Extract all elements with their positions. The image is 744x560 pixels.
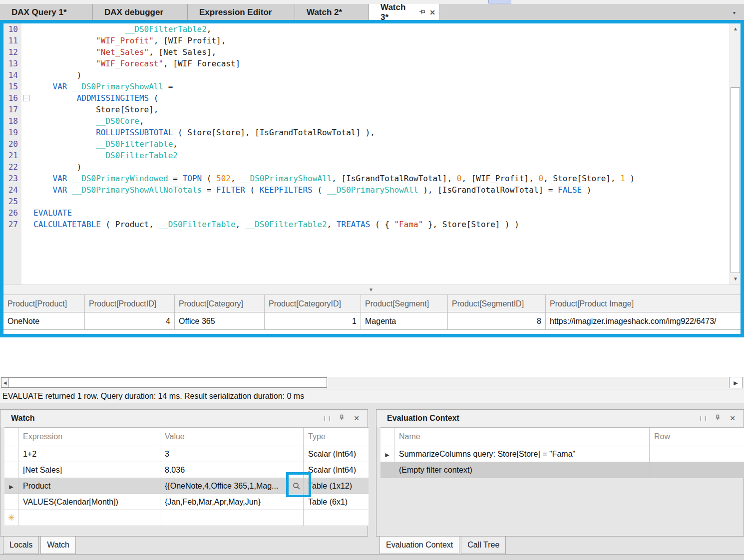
ec-column-header[interactable]: Name (394, 428, 650, 446)
evaluation-context-titlebar[interactable]: Evaluation Context ✕ (376, 410, 744, 427)
close-icon[interactable]: ✕ (354, 414, 360, 422)
row-arrow-icon[interactable]: ▶ (9, 484, 13, 490)
tab-list-dropdown-icon[interactable]: ▾ (733, 10, 740, 16)
watch-expression-cell[interactable]: [Net Sales] (18, 462, 160, 478)
code-line[interactable]: 16ADDMISSINGITEMS (− (3, 92, 741, 104)
results-cell[interactable]: Office 365 (175, 312, 265, 330)
watch-row[interactable]: VALUES(Calendar[Month]){Jan,Feb,Mar,Apr,… (4, 494, 369, 510)
watch-column-header[interactable]: Expression (18, 428, 160, 446)
code-line[interactable]: 25 (3, 196, 741, 207)
tab-call-tree[interactable]: Call Tree (461, 537, 506, 554)
watch-type-cell[interactable]: Scalar (Int64) (304, 462, 369, 478)
watch-expression-cell[interactable] (18, 510, 160, 526)
tab-expression-editor[interactable]: Expression Editor (188, 4, 295, 20)
watch-type-cell[interactable] (304, 510, 369, 526)
results-column-header[interactable]: Product[ProductID] (85, 294, 175, 312)
row-arrow-icon[interactable]: ▶ (385, 452, 389, 458)
code-line[interactable]: 27CALCULATETABLE ( Product, __DS0FilterT… (3, 219, 741, 230)
editor-vertical-scrollbar[interactable]: ▲ ▼ (730, 23, 741, 284)
ec-name-cell[interactable]: SummarizeColumns query: Store[Store] = "… (394, 446, 650, 462)
editor-results-splitter[interactable]: ▼ (3, 284, 741, 294)
maximize-icon[interactable] (325, 416, 330, 421)
results-column-header[interactable]: Product[CategoryID] (265, 294, 361, 312)
results-column-header[interactable]: Product[Segment] (361, 294, 448, 312)
watch-value-cell[interactable] (160, 510, 304, 526)
pin-icon[interactable] (419, 7, 425, 17)
close-icon[interactable]: ✕ (429, 8, 435, 16)
code-line[interactable]: 17Store[Store], (3, 104, 741, 115)
ec-row-cell[interactable] (650, 462, 744, 478)
watch-value-cell[interactable]: {Jan,Feb,Mar,Apr,May,Jun} (160, 494, 304, 510)
close-icon[interactable]: ✕ (730, 414, 736, 422)
watch-row[interactable]: ▶Product{{OneNote,4,Office 365,1,Mag...T… (4, 478, 369, 494)
ec-row[interactable]: (Empty filter context) (380, 462, 744, 478)
results-column-header[interactable]: Product[Product] (3, 294, 85, 312)
splitter-collapse-arrow-icon[interactable]: ▼ (369, 287, 373, 292)
code-line[interactable]: 10__DS0FilterTable2, (3, 23, 741, 35)
watch-expression-cell[interactable]: 1+2 (18, 446, 160, 462)
watch-value-cell[interactable]: 8.036 (160, 462, 304, 478)
tab-evaluation-context[interactable]: Evaluation Context (379, 537, 459, 554)
results-column-header[interactable]: Product[Product Image] (546, 294, 741, 312)
results-cell[interactable]: 1 (265, 312, 361, 330)
tab-dax-query-1-[interactable]: DAX Query 1* (0, 4, 93, 20)
results-column-header[interactable]: Product[SegmentID] (448, 294, 546, 312)
watch-titlebar[interactable]: Watch ✕ (0, 410, 368, 427)
scroll-right-icon[interactable]: ▶ (729, 377, 743, 388)
code-line[interactable]: 11"WIF_Profit", [WIF Profit], (3, 35, 741, 46)
token-var: __DS0FilterTable2 (125, 24, 207, 34)
ec-row-cell[interactable] (650, 446, 744, 462)
code-line[interactable]: 12"Net_Sales", [Net Sales], (3, 46, 741, 58)
results-horizontal-scrollbar[interactable]: ◀ ▶ (0, 377, 744, 389)
watch-row[interactable]: ✳ (4, 510, 369, 526)
code-line[interactable]: 22) (3, 161, 741, 173)
fold-marker-icon[interactable]: − (23, 95, 29, 101)
results-column-header[interactable]: Product[Category] (175, 294, 265, 312)
results-cell[interactable]: https://imagizer.imageshack.com/img922/6… (546, 312, 741, 330)
watch-type-cell[interactable]: Table (6x1) (304, 494, 369, 510)
results-cell[interactable]: 8 (448, 312, 546, 330)
watch-expression-cell[interactable]: VALUES(Calendar[Month]) (18, 494, 160, 510)
ec-row[interactable]: ▶SummarizeColumns query: Store[Store] = … (380, 446, 744, 462)
watch-expression-cell[interactable]: Product (18, 478, 160, 494)
watch-column-header[interactable]: Value (160, 428, 304, 446)
code-line[interactable]: 14) (3, 69, 741, 81)
results-cell[interactable]: Magenta (361, 312, 448, 330)
code-line[interactable]: 20__DS0FilterTable, (3, 138, 741, 150)
pin-icon[interactable] (339, 414, 345, 423)
code-line[interactable]: 13"WIF_Forecast", [WIF Forecast] (3, 58, 741, 69)
watch-type-cell[interactable]: Table (1x12) (304, 478, 369, 494)
tab-watch-3-[interactable]: Watch 3*✕ (369, 4, 440, 20)
code-line[interactable]: 18__DS0Core, (3, 115, 741, 127)
maximize-icon[interactable] (701, 416, 706, 421)
code-line[interactable]: 23VAR __DS0PrimaryWindowed = TOPN ( 502,… (3, 173, 741, 184)
scroll-left-icon[interactable]: ◀ (1, 377, 9, 388)
watch-row[interactable]: 1+23Scalar (Int64) (4, 446, 369, 462)
pin-icon[interactable] (715, 414, 721, 423)
ec-name-cell[interactable]: (Empty filter context) (394, 462, 650, 478)
results-cell[interactable]: OneNote (3, 312, 85, 330)
tab-locals[interactable]: Locals (3, 537, 39, 554)
tab-watch[interactable]: Watch (40, 537, 76, 554)
horizontal-scrollbar-thumb[interactable] (8, 377, 327, 388)
watch-value-cell[interactable]: 3 (160, 446, 304, 462)
code-line[interactable]: 26EVALUATE (3, 207, 741, 219)
ec-column-header[interactable]: Row (650, 428, 744, 446)
watch-type-cell[interactable]: Scalar (Int64) (304, 446, 369, 462)
code-line[interactable]: 15VAR __DS0PrimaryShowAll = (3, 81, 741, 92)
results-cell[interactable]: 4 (85, 312, 175, 330)
watch-value-cell[interactable]: {{OneNote,4,Office 365,1,Mag... (160, 478, 304, 494)
code-line[interactable]: 19ROLLUPISSUBTOTAL ( Store[Store], [IsGr… (3, 127, 741, 138)
watch-row[interactable]: [Net Sales]8.036Scalar (Int64) (4, 462, 369, 478)
tab-dax-debugger[interactable]: DAX debugger (93, 4, 188, 20)
token-str: "Net_Sales" (96, 47, 149, 57)
watch-column-header[interactable]: Type (304, 428, 369, 446)
scroll-up-icon[interactable]: ▲ (730, 23, 741, 34)
scroll-down-icon[interactable]: ▼ (730, 274, 741, 284)
code-line[interactable]: 21__DS0FilterTable2 (3, 150, 741, 161)
magnifier-icon[interactable] (292, 481, 302, 491)
tab-watch-2-[interactable]: Watch 2* (295, 4, 369, 20)
code-line[interactable]: 24VAR __DS0PrimaryShowAllNoTotals = FILT… (3, 184, 741, 196)
vertical-scrollbar-thumb[interactable] (731, 87, 740, 273)
dax-code-editor[interactable]: 10__DS0FilterTable2,11"WIF_Profit", [WIF… (3, 23, 741, 284)
